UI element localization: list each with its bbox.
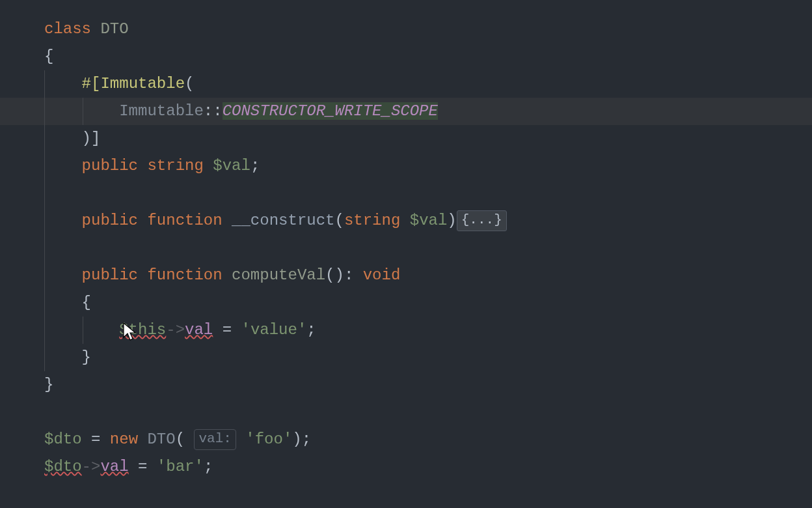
- token-class-name: DTO: [100, 20, 128, 38]
- token-type: string: [344, 212, 400, 229]
- token-keyword: class: [44, 20, 91, 38]
- code-line[interactable]: $dto = new DTO( val: 'foo');: [0, 426, 812, 453]
- token-semi: ;: [250, 157, 260, 175]
- code-line[interactable]: [0, 234, 812, 262]
- token-attribute-close: )]: [82, 130, 101, 147]
- code-line[interactable]: {: [0, 43, 812, 70]
- token-keyword: public: [82, 212, 138, 229]
- parameter-hint: val:: [194, 429, 236, 450]
- code-line[interactable]: [0, 180, 812, 207]
- token-property-error: val: [100, 458, 128, 475]
- code-line[interactable]: public function __construct(string $val)…: [0, 207, 812, 234]
- token-string: 'bar': [157, 458, 204, 475]
- token-class-ref: DTO: [147, 430, 175, 448]
- token-property-error: val: [185, 321, 213, 339]
- token-scope: ::: [204, 102, 223, 120]
- token-keyword: function: [147, 266, 222, 284]
- token-space: [91, 20, 100, 38]
- token-return-type: void: [363, 266, 401, 284]
- token-brace: }: [44, 376, 53, 393]
- code-line[interactable]: )]: [0, 125, 812, 152]
- token-signature: ():: [325, 266, 363, 284]
- token-keyword: new: [110, 430, 138, 448]
- token-semi: ;: [306, 321, 316, 339]
- token-keyword: public: [82, 266, 138, 284]
- token-eq: =: [213, 321, 241, 339]
- token-string: 'value': [241, 321, 306, 339]
- code-line[interactable]: Immutable::CONSTRUCTOR_WRITE_SCOPE: [0, 98, 812, 125]
- code-line[interactable]: public string $val;: [0, 152, 812, 180]
- token-keyword: public: [82, 157, 138, 175]
- token-constant: CONSTRUCTOR_WRITE_SCOPE: [223, 102, 438, 120]
- code-line[interactable]: $this->val = 'value';: [0, 317, 812, 344]
- token-string: 'foo': [245, 430, 292, 448]
- token-brace: {: [44, 48, 53, 65]
- code-line[interactable]: $dto->val = 'bar';: [0, 453, 812, 481]
- token-arrow: ->: [166, 321, 185, 339]
- token-method-name: computeVal: [232, 266, 325, 284]
- code-line[interactable]: public function computeVal(): void: [0, 262, 812, 289]
- token-brace: {: [82, 294, 91, 311]
- token-eq: =: [129, 458, 157, 475]
- token-attribute-open: #[: [82, 75, 101, 92]
- token-method-name: __construct: [232, 212, 334, 229]
- token-semi: ;: [204, 458, 213, 475]
- token-variable: $val: [410, 212, 448, 229]
- token-keyword: function: [147, 212, 222, 229]
- token-class-ref: Immutable: [119, 102, 204, 120]
- token-paren: (: [335, 212, 344, 229]
- code-line[interactable]: #[Immutable(: [0, 70, 812, 98]
- code-editor[interactable]: class DTO { #[Immutable( Immutable::CONS…: [0, 0, 812, 481]
- token-variable-error: $this: [119, 321, 166, 339]
- token-type: string: [147, 157, 203, 175]
- token-variable: $val: [213, 157, 250, 175]
- token-attribute-name: Immutable: [100, 75, 185, 92]
- code-line[interactable]: }: [0, 344, 812, 371]
- token-paren: ): [447, 212, 456, 229]
- code-fold-marker[interactable]: {...}: [457, 210, 507, 231]
- code-line[interactable]: [0, 399, 812, 426]
- token-variable: $dto: [44, 430, 82, 448]
- token-paren-semi: );: [292, 430, 311, 448]
- token-paren: (: [185, 75, 194, 92]
- token-variable-error: $dto: [44, 458, 82, 475]
- token-eq: =: [82, 430, 110, 448]
- token-brace: }: [82, 348, 91, 366]
- code-line[interactable]: {: [0, 289, 812, 317]
- code-line[interactable]: class DTO: [0, 16, 812, 43]
- code-line[interactable]: }: [0, 371, 812, 399]
- token-arrow: ->: [82, 458, 101, 475]
- token-paren: (: [176, 430, 185, 448]
